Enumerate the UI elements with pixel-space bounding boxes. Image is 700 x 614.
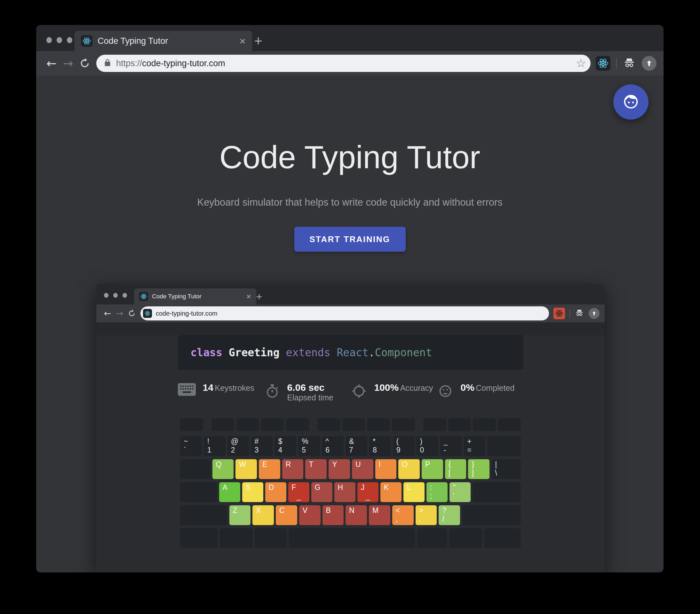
- key-blank: [211, 418, 235, 431]
- code-token: Greeting: [222, 346, 279, 359]
- page-content: Code Typing Tutor Keyboard simulator tha…: [36, 76, 664, 573]
- profile-fab[interactable]: [613, 85, 649, 119]
- key-B: B: [323, 505, 344, 525]
- tab-close-icon: ×: [246, 292, 251, 300]
- key-blank: [484, 528, 521, 548]
- key-blank: [220, 528, 253, 548]
- react-favicon-icon: [81, 35, 92, 47]
- key-blank: [261, 418, 284, 431]
- bookmark-star-icon[interactable]: ☆: [576, 57, 586, 69]
- profile-button[interactable]: [642, 56, 657, 71]
- stat-accuracy: 100% Accuracy: [351, 382, 437, 402]
- stat-value: 6.06 sec: [287, 382, 325, 393]
- window-zoom-button[interactable]: [67, 37, 72, 43]
- page-title: Code Typing Tutor: [36, 141, 664, 173]
- forward-button[interactable]: →: [60, 56, 76, 71]
- stat-value: 100%: [374, 382, 399, 393]
- key-blank: [448, 418, 471, 431]
- key-T: T: [305, 459, 327, 479]
- url-text: code-typing-tutor.com: [156, 310, 544, 317]
- number-row: ~`!1@2#3$4%5^6&7*8(9)0_-+=: [180, 436, 521, 456]
- lock-icon: [103, 58, 112, 69]
- window-minimize-button[interactable]: [57, 37, 62, 43]
- key-D: D: [265, 482, 286, 502]
- reload-button[interactable]: [76, 57, 93, 69]
- page-subtitle: Keyboard simulator that helps to write c…: [36, 197, 664, 208]
- key-blank: [417, 528, 447, 548]
- key-#: #3: [251, 436, 273, 456]
- toolbar-separator: [570, 309, 570, 318]
- window-controls[interactable]: [46, 37, 72, 43]
- key-blank: [487, 436, 521, 456]
- key-_: _-: [440, 436, 462, 456]
- back-button[interactable]: ←: [43, 56, 60, 71]
- key-blank: [367, 418, 390, 431]
- home-row: ASDF_GHJ_KL:;"': [180, 482, 521, 502]
- face-icon: [622, 92, 640, 112]
- key-blank: [317, 418, 340, 431]
- qwerty-row: QWERTYUIOP{[}]|\: [180, 459, 521, 479]
- code-token: extends: [279, 346, 330, 359]
- incognito-icon: [623, 56, 636, 71]
- key-C: C: [276, 505, 297, 525]
- smiley-icon: [437, 382, 454, 401]
- reload-button: [126, 309, 138, 318]
- react-favicon-icon: [139, 292, 148, 301]
- url-text: https://code-typing-tutor.com: [116, 59, 576, 68]
- stopwatch-icon: [264, 382, 280, 401]
- stat-completed: 0% Completed: [437, 382, 523, 402]
- spacebar-row: [180, 528, 521, 548]
- key-blank: [423, 418, 446, 431]
- key-blank: [289, 528, 416, 548]
- browser-tab[interactable]: Code Typing Tutor ×: [75, 31, 252, 51]
- code-line: class Greeting extends React.Component: [191, 346, 432, 359]
- new-tab-button: +: [254, 291, 265, 302]
- stat-keystrokes: 14 Keystrokes: [178, 382, 264, 402]
- function-row: [180, 418, 521, 431]
- key-G: G: [311, 482, 333, 502]
- key-%: %5: [298, 436, 320, 456]
- key-&: &7: [346, 436, 367, 456]
- window-close-button: [104, 293, 109, 298]
- key-): )0: [416, 436, 438, 456]
- tab-close-icon[interactable]: ×: [239, 36, 246, 46]
- key-V: V: [299, 505, 321, 525]
- key-I: I: [375, 459, 397, 479]
- key-blank: [180, 482, 217, 502]
- toolbar-separator: [616, 58, 617, 69]
- forward-button: →: [114, 308, 126, 319]
- key-blank: [255, 528, 287, 548]
- inner-window-controls: [104, 293, 127, 298]
- keyboard-icon: [178, 382, 196, 398]
- code-token: class: [191, 346, 222, 359]
- key-F: F_: [288, 482, 309, 502]
- key-M: M: [369, 505, 390, 525]
- tab-title: Code Typing Tutor: [152, 293, 246, 300]
- tab-title: Code Typing Tutor: [98, 36, 239, 46]
- window-close-button[interactable]: [46, 37, 52, 43]
- bottom-letter-row: ZXCVBNM<,>.?/: [180, 505, 521, 525]
- key-P: P: [422, 459, 443, 479]
- profile-button: [589, 308, 600, 319]
- stat-value: 14: [203, 382, 213, 393]
- key-E: E: [259, 459, 280, 479]
- inner-browser-tab: Code Typing Tutor ×: [134, 289, 256, 305]
- key-W: W: [236, 459, 257, 479]
- key-|: |\: [491, 459, 521, 479]
- key-R: R: [282, 459, 304, 479]
- outer-tabstrip: Code Typing Tutor × +: [36, 25, 664, 51]
- key-O: O: [398, 459, 420, 479]
- back-button: ←: [101, 308, 114, 319]
- react-devtools-icon[interactable]: [596, 56, 610, 71]
- key-@: @2: [227, 436, 249, 456]
- start-training-button[interactable]: START TRAINING: [294, 227, 406, 252]
- key-Z: Z: [229, 505, 251, 525]
- stat-label: Keystrokes: [215, 383, 254, 392]
- url-bar[interactable]: https://code-typing-tutor.com ☆: [96, 55, 591, 72]
- stat-label: Elapsed time: [287, 393, 334, 402]
- new-tab-button[interactable]: +: [251, 34, 265, 48]
- key-}: }]: [468, 459, 489, 479]
- key-U: U: [352, 459, 373, 479]
- stat-label: Completed: [476, 383, 514, 392]
- stat-elapsed-time: 6.06 sec Elapsed time: [264, 382, 351, 402]
